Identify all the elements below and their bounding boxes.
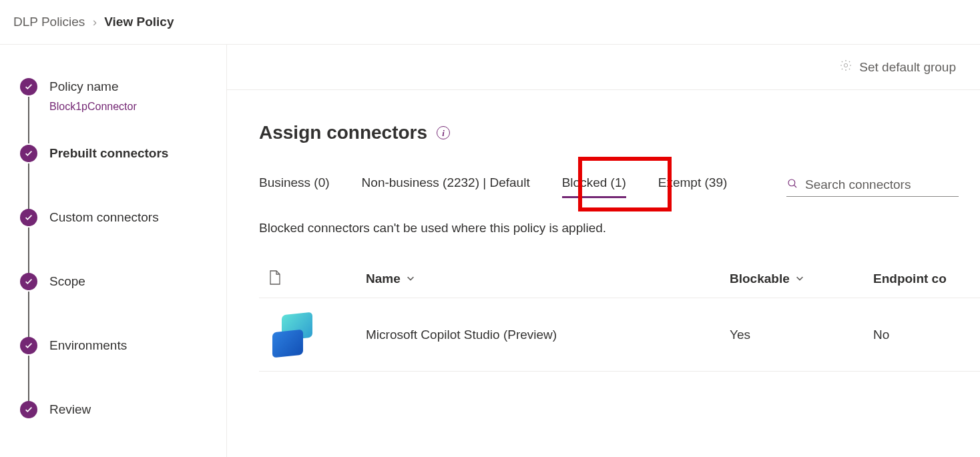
- table-row[interactable]: Microsoft Copilot Studio (Preview)YesNo: [259, 298, 980, 372]
- step-label: Scope: [49, 273, 226, 290]
- tab[interactable]: Non-business (2232) | Default: [362, 175, 530, 198]
- tab[interactable]: Business (0): [259, 175, 330, 198]
- table-header-row: Name Blockable Endpoint co: [259, 260, 980, 298]
- search-icon: [786, 177, 798, 192]
- check-icon: [20, 209, 37, 226]
- step-label: Policy name: [49, 78, 226, 95]
- cell-endpoint: No: [873, 328, 980, 342]
- step-label: Prebuilt connectors: [49, 145, 226, 162]
- connector-logo: [268, 311, 322, 359]
- connectors-table: Name Blockable Endpoint co Microsoft Cop…: [259, 260, 980, 372]
- svg-line-2: [794, 185, 796, 187]
- check-icon: [20, 145, 37, 162]
- column-header-blockable[interactable]: Blockable: [730, 272, 873, 286]
- set-default-group-button[interactable]: Set default group: [839, 59, 956, 75]
- tabs-row: Business (0)Non-business (2232) | Defaul…: [259, 175, 980, 198]
- breadcrumb-current: View Policy: [104, 15, 174, 29]
- step-connector: [28, 227, 29, 274]
- step-label: Review: [49, 401, 226, 418]
- search-connectors-field[interactable]: [786, 177, 959, 197]
- step-label: Custom connectors: [49, 209, 226, 226]
- cell-blockable: Yes: [730, 328, 873, 342]
- wizard-step[interactable]: Review: [20, 401, 226, 433]
- svg-point-0: [844, 63, 848, 67]
- toolbar: Set default group: [227, 45, 980, 90]
- column-header-endpoint[interactable]: Endpoint co: [873, 272, 980, 286]
- chevron-down-icon: [795, 272, 804, 286]
- page-title: Assign connectors i: [259, 122, 980, 143]
- tab-description: Blocked connectors can't be used where t…: [259, 221, 980, 236]
- step-connector: [28, 292, 29, 338]
- tab[interactable]: Exempt (39): [658, 175, 727, 198]
- step-sublabel: Block1pConnector: [49, 101, 226, 113]
- check-icon: [20, 78, 37, 95]
- wizard-step[interactable]: Policy nameBlock1pConnector: [20, 78, 226, 113]
- wizard-steps-sidebar: Policy nameBlock1pConnectorPrebuilt conn…: [0, 45, 227, 457]
- search-input[interactable]: [805, 177, 963, 192]
- chevron-right-icon: ›: [93, 15, 97, 29]
- step-label: Environments: [49, 337, 226, 354]
- gear-icon: [839, 59, 852, 75]
- document-icon: [268, 276, 282, 288]
- wizard-step[interactable]: Scope: [20, 273, 226, 305]
- step-connector: [28, 356, 29, 402]
- main-content: Set default group Assign connectors i Bu…: [227, 45, 980, 457]
- column-header-name[interactable]: Name: [366, 272, 730, 286]
- info-icon[interactable]: i: [437, 126, 450, 139]
- step-connector: [28, 97, 29, 143]
- wizard-step[interactable]: Environments: [20, 337, 226, 369]
- wizard-step[interactable]: Prebuilt connectors: [20, 145, 226, 177]
- svg-point-1: [788, 179, 795, 186]
- check-icon: [20, 401, 37, 418]
- breadcrumb: DLP Policies › View Policy: [0, 0, 980, 45]
- wizard-step[interactable]: Custom connectors: [20, 209, 226, 241]
- check-icon: [20, 337, 37, 354]
- tab[interactable]: Blocked (1): [562, 175, 626, 198]
- set-default-group-label: Set default group: [859, 60, 956, 75]
- cell-name: Microsoft Copilot Studio (Preview): [366, 328, 730, 342]
- breadcrumb-parent-link[interactable]: DLP Policies: [13, 15, 85, 29]
- step-connector: [28, 163, 29, 210]
- chevron-down-icon: [406, 272, 415, 286]
- check-icon: [20, 273, 37, 290]
